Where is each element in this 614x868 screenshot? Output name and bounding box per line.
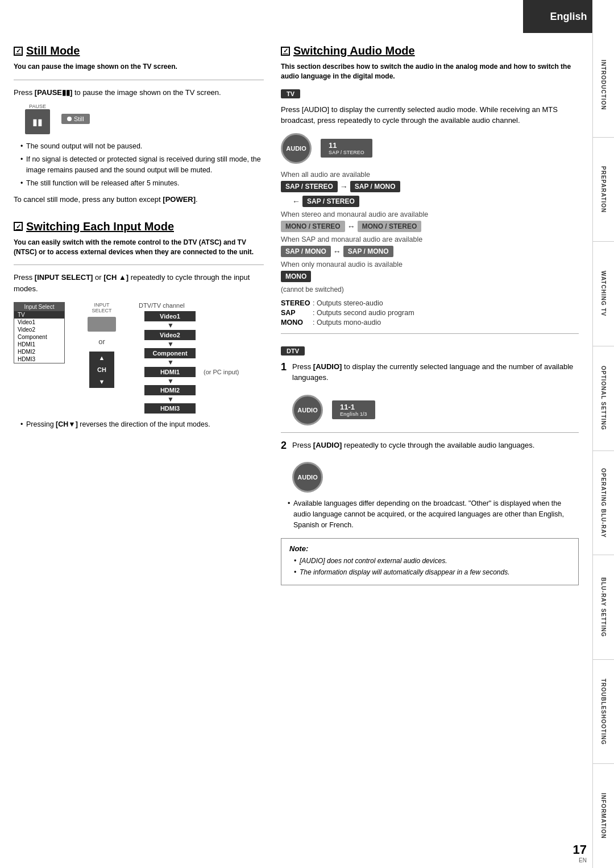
sidebar-information: INFORMATION xyxy=(592,764,614,868)
mode-flow-1b: ← SAP / STEREO xyxy=(292,196,579,207)
mode-flow-4: MONO xyxy=(281,271,579,282)
left-column: Still Mode You can pause the image shown… xyxy=(14,44,264,585)
divider-dtv xyxy=(281,333,579,334)
audio-mode-section: Switching Audio Mode This section descri… xyxy=(281,44,579,585)
sidebar-introduction: INTRODUCTION xyxy=(592,33,614,138)
ch-buttons: ▲ CH ▼ xyxy=(89,352,114,388)
still-mode-subtitle: You can pause the image shown on the TV … xyxy=(14,62,264,72)
note-item-2: The information display will automatical… xyxy=(294,568,570,577)
still-bullets: The sound output will not be paused. If … xyxy=(14,141,264,188)
checkbox-icon-input xyxy=(14,222,23,231)
input-mode-section: Switching Each Input Mode You can easily… xyxy=(14,220,264,430)
ch-up-btn[interactable]: ▲ xyxy=(89,352,114,364)
input-select-menu: Input Select TV Video1 Video2 Component … xyxy=(14,302,65,363)
step1-sub: English 1/3 xyxy=(340,411,367,417)
input-menu-component: Component xyxy=(14,333,64,341)
note-list: [AUDIO] does not control external audio … xyxy=(289,556,570,577)
sidebar-preparation: PREPARATION xyxy=(592,138,614,242)
ch-label: CH xyxy=(89,364,114,375)
channel-badge: 11 SAP / STEREO xyxy=(321,139,372,158)
cannot-switch-label: (cannot be switched) xyxy=(281,286,579,294)
divider-step2 xyxy=(281,432,579,433)
mode-tag-sap-mono-1: SAP / MONO xyxy=(350,181,400,192)
channel-flow: Video1 ▼ Video2 ▼ Component ▼ HDMI1 (or … xyxy=(144,311,239,414)
note-title: Note: xyxy=(289,544,570,553)
step-2-num: 2 xyxy=(281,440,287,452)
when-all-audio-label: When all audio are available xyxy=(281,171,579,179)
still-bullet-1: The sound output will not be paused. xyxy=(20,141,264,152)
channel-badge-dtv: 11-1 English 1/3 xyxy=(332,400,375,419)
sidebar-watching-tv: WATCHING TV xyxy=(592,242,614,346)
def-sap: SAP : Outputs second audio program xyxy=(281,309,579,317)
input-menu-hdmi2: HDMI2 xyxy=(14,348,64,356)
input-menu-tv: TV xyxy=(14,311,64,319)
ch-video1: Video1 xyxy=(144,311,196,321)
ch-down-btn[interactable]: ▼ xyxy=(89,375,114,388)
dtv-badge: DTV xyxy=(281,346,305,356)
mode-flow-3: SAP / MONO ↔ SAP / MONO xyxy=(281,246,579,257)
step-1-row: 1 Press [AUDIO] to display the currently… xyxy=(281,361,579,389)
audio-step-2-row: AUDIO xyxy=(292,462,579,493)
arrow-4: ▼ xyxy=(144,377,239,385)
input-menu-video2: Video2 xyxy=(14,326,64,333)
def-stereo: STEREO : Outputs stereo-audio xyxy=(281,299,579,307)
step-2-row: 2 Press [AUDIO] repeatedly to cycle thro… xyxy=(281,440,579,457)
page-number: 17 xyxy=(573,842,587,857)
sidebar-operating-bluray: OPERATING BLU-RAY xyxy=(592,451,614,556)
step2-bullets: Available languages differ depending on … xyxy=(281,498,579,530)
mode-tag-mono-4: MONO xyxy=(281,271,311,282)
ch-component: Component xyxy=(144,348,196,358)
page-num-box: 17 EN xyxy=(573,842,587,863)
input-mode-subtitle: You can easily switch with the remote co… xyxy=(14,238,264,257)
audio-mode-title: Switching Audio Mode xyxy=(281,44,579,57)
still-badge: Still xyxy=(61,114,90,124)
still-mode-title: Still Mode xyxy=(14,44,264,57)
input-body: Press [INPUT SELECT] or [CH ▲] repeatedl… xyxy=(14,272,264,294)
or-text: or xyxy=(98,335,105,348)
arrow-left-1: ← xyxy=(292,197,300,206)
still-bullet-2: If no signal is detected or protected si… xyxy=(20,154,264,176)
divider-still xyxy=(14,80,264,80)
ch-video2: Video2 xyxy=(144,330,196,340)
step-2-text: Press [AUDIO] repeatedly to cycle throug… xyxy=(292,440,534,451)
channel-flow-area: DTV/TV channel Video1 ▼ Video2 ▼ Compone… xyxy=(139,302,239,414)
input-menu-video1: Video1 xyxy=(14,319,64,326)
sidebar-optional-setting: OPTIONAL SETTING xyxy=(592,346,614,451)
arrow-right-1: → xyxy=(340,182,348,191)
mode-tag-sap-stereo-2: SAP / STEREO xyxy=(302,196,359,207)
dtv-tv-label: DTV/TV channel xyxy=(139,302,239,309)
mode-tag-mono-stereo-2: MONO / STEREO xyxy=(358,221,422,232)
input-menu-title: Input Select xyxy=(14,303,64,311)
pause-button-area: PAUSE ▮▮ Still xyxy=(25,104,264,134)
step2-bullet-1: Available languages differ depending on … xyxy=(288,498,579,530)
tv-badge: TV xyxy=(281,89,300,98)
right-sidebar: INTRODUCTION PREPARATION WATCHING TV OPT… xyxy=(592,0,614,868)
arrow-5: ▼ xyxy=(144,395,239,403)
audio-btn-visual: AUDIO xyxy=(281,133,312,164)
mode-tag-mono-stereo-1: MONO / STEREO xyxy=(281,221,345,232)
page-lang: EN xyxy=(573,857,587,863)
mode-tag-sap-stereo-1: SAP / STEREO xyxy=(281,181,338,192)
input-mode-bullet-1: Pressing [CH▼] reverses the direction of… xyxy=(20,419,264,430)
right-column: Switching Audio Mode This section descri… xyxy=(281,44,579,585)
divider-input xyxy=(14,264,264,265)
audio-btn-dtv-1: AUDIO xyxy=(292,395,323,425)
input-menu-hdmi3: HDMI3 xyxy=(14,356,64,363)
channel-sub: SAP / STEREO xyxy=(329,150,364,155)
pause-btn-visual: ▮▮ xyxy=(25,109,50,134)
hdmi1-note: (or PC input) xyxy=(199,369,239,375)
input-select-button[interactable] xyxy=(88,317,116,332)
still-cancel: To cancel still mode, press any button e… xyxy=(14,194,264,205)
when-sap-mono-label: When SAP and monaural audio are availabl… xyxy=(281,235,579,243)
mode-flow-2: MONO / STEREO ↔ MONO / STEREO xyxy=(281,221,579,232)
still-mode-section: Still Mode You can pause the image shown… xyxy=(14,44,264,205)
input-mode-bullets: Pressing [CH▼] reverses the direction of… xyxy=(14,419,264,430)
audio-tv-body: Press [AUDIO] to display the currently s… xyxy=(281,104,579,126)
arrow-2: ▼ xyxy=(144,340,239,348)
mode-flow-1: SAP / STEREO → SAP / MONO xyxy=(281,181,579,192)
arrow-both-3: ↔ xyxy=(333,247,341,256)
language-label: English xyxy=(550,11,587,23)
when-only-mono-label: When only monaural audio is available xyxy=(281,261,579,268)
def-table: STEREO : Outputs stereo-audio SAP : Outp… xyxy=(281,299,579,326)
when-stereo-mono-label: When stereo and monaural audio are avail… xyxy=(281,210,579,218)
